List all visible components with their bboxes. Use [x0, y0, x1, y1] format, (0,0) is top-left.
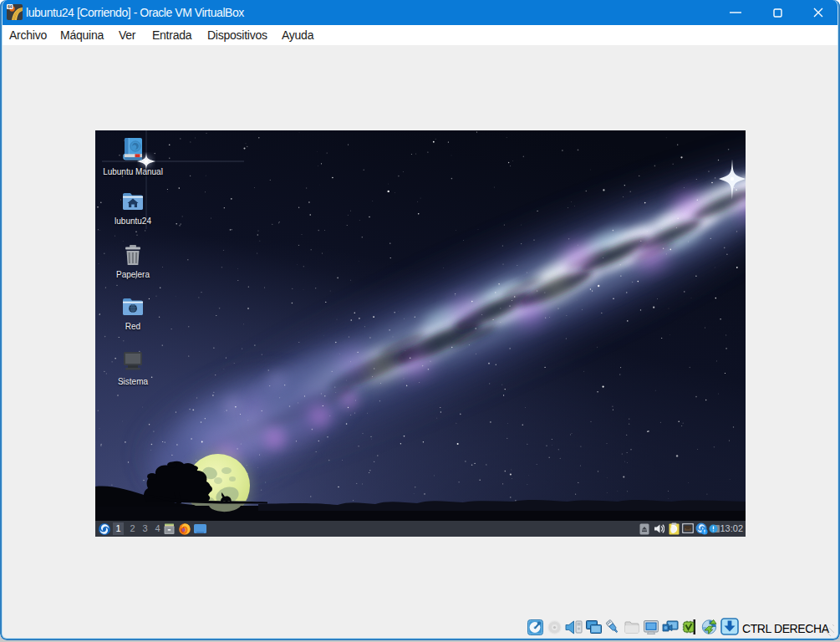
svg-text:64: 64: [8, 5, 13, 9]
